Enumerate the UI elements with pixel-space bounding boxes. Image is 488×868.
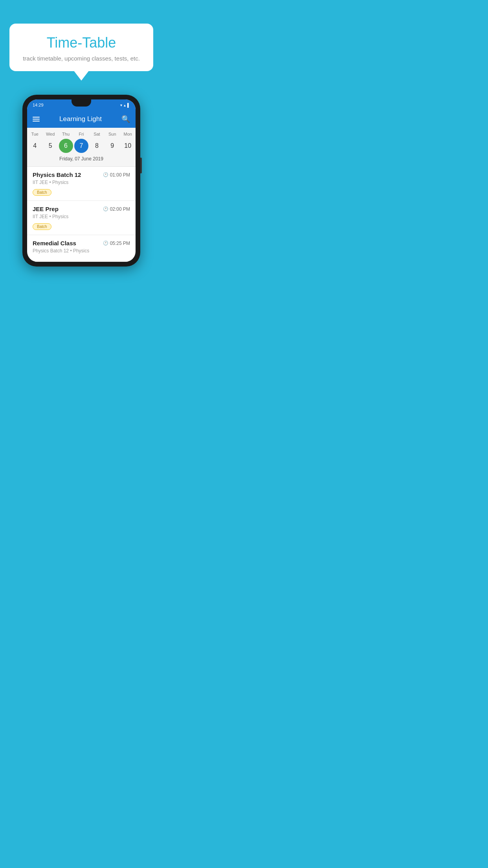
calendar-strip: Tue Wed Thu Fri Sat Sun Mon 4 5 6 7 8 9 …	[27, 128, 136, 166]
item-3-subtitle: Physics Batch 12 • Physics	[33, 248, 130, 254]
signal-icon: ▴	[124, 103, 126, 107]
day-sat: Sat	[90, 132, 104, 136]
speech-bubble: Time-Table track timetable, upcoming cla…	[9, 24, 153, 71]
menu-line-1	[33, 117, 40, 118]
dates-row: 4 5 6 7 8 9 10	[27, 139, 136, 153]
status-time: 14:29	[33, 103, 44, 107]
day-thu: Thu	[59, 132, 73, 136]
day-tue: Tue	[28, 132, 42, 136]
app-title: Learning Light	[40, 115, 121, 123]
date-6-today[interactable]: 6	[59, 139, 73, 153]
item-1-subtitle: IIT JEE • Physics	[33, 180, 130, 185]
search-button[interactable]: 🔍	[121, 115, 130, 123]
phone-outer: 14:29 ▾ ▴ ▌ Learning Light 🔍	[22, 95, 140, 267]
app-bar: Learning Light 🔍	[27, 110, 136, 128]
bubble-subtitle: track timetable, upcoming classes, tests…	[22, 55, 141, 62]
menu-button[interactable]	[33, 117, 40, 121]
wifi-icon: ▾	[120, 103, 122, 107]
day-sun: Sun	[105, 132, 119, 136]
date-7-selected[interactable]: 7	[74, 139, 88, 153]
bubble-title: Time-Table	[22, 35, 141, 51]
side-button	[140, 158, 142, 173]
item-3-title: Remedial Class	[33, 240, 76, 246]
date-9[interactable]: 9	[105, 139, 119, 153]
day-fri: Fri	[74, 132, 88, 136]
item-1-header: Physics Batch 12 🕐 01:00 PM	[33, 171, 130, 178]
menu-line-2	[33, 119, 40, 120]
item-1-time-text: 01:00 PM	[110, 172, 130, 178]
menu-line-3	[33, 121, 40, 121]
item-2-title: JEE Prep	[33, 206, 59, 212]
item-1-batch-badge: Batch	[33, 189, 51, 196]
schedule-item-1[interactable]: Physics Batch 12 🕐 01:00 PM IIT JEE • Ph…	[27, 167, 136, 201]
item-2-batch-badge: Batch	[33, 223, 51, 230]
item-3-header: Remedial Class 🕐 05:25 PM	[33, 240, 130, 246]
day-wed: Wed	[43, 132, 57, 136]
clock-icon-2: 🕐	[103, 206, 108, 211]
item-3-time-text: 05:25 PM	[110, 241, 130, 246]
item-2-time: 🕐 02:00 PM	[103, 206, 130, 212]
item-1-time: 🕐 01:00 PM	[103, 172, 130, 178]
status-icons: ▾ ▴ ▌	[120, 103, 130, 107]
date-10[interactable]: 10	[121, 139, 135, 153]
phone-mockup: 14:29 ▾ ▴ ▌ Learning Light 🔍	[22, 95, 140, 267]
item-3-time: 🕐 05:25 PM	[103, 241, 130, 246]
days-row: Tue Wed Thu Fri Sat Sun Mon	[27, 132, 136, 136]
item-1-title: Physics Batch 12	[33, 171, 81, 178]
day-mon: Mon	[121, 132, 135, 136]
selected-date-label: Friday, 07 June 2019	[27, 156, 136, 164]
clock-icon-3: 🕐	[103, 241, 108, 246]
phone-screen: 14:29 ▾ ▴ ▌ Learning Light 🔍	[27, 99, 136, 262]
item-2-header: JEE Prep 🕐 02:00 PM	[33, 206, 130, 212]
battery-icon: ▌	[127, 103, 130, 107]
schedule-item-3[interactable]: Remedial Class 🕐 05:25 PM Physics Batch …	[27, 235, 136, 262]
clock-icon-1: 🕐	[103, 172, 108, 177]
item-2-time-text: 02:00 PM	[110, 206, 130, 212]
date-5[interactable]: 5	[43, 139, 57, 153]
schedule-item-2[interactable]: JEE Prep 🕐 02:00 PM IIT JEE • Physics Ba…	[27, 201, 136, 235]
status-bar: 14:29 ▾ ▴ ▌	[27, 99, 136, 110]
item-2-subtitle: IIT JEE • Physics	[33, 214, 130, 219]
notch	[72, 99, 91, 107]
date-4[interactable]: 4	[28, 139, 42, 153]
date-8[interactable]: 8	[90, 139, 104, 153]
